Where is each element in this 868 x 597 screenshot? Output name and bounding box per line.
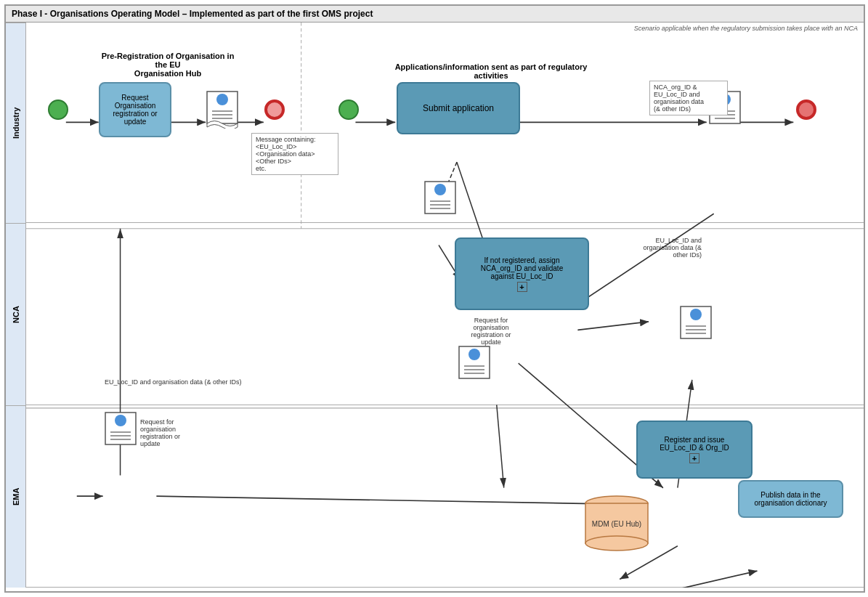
annotation-eu-loc-nca: EU_Loc_ID and organisation data (& other…	[600, 237, 702, 259]
svg-point-40	[690, 309, 702, 320]
submit-application-box[interactable]: Submit application	[397, 82, 520, 134]
diagram-container: Phase I - Organisations Operating Model …	[4, 4, 865, 593]
mdm-cylinder: MDM (EU Hub)	[584, 495, 649, 553]
doc-shape-nca-right	[680, 306, 712, 344]
doc-shape-1	[206, 91, 238, 129]
svg-point-56	[585, 536, 648, 551]
lanes-content: Pre-Registration of Organisation in the …	[26, 23, 864, 588]
svg-point-50	[115, 415, 126, 426]
section-title-apps: Applications/information sent as part of…	[382, 62, 600, 80]
register-issue-box[interactable]: Register and issue EU_Loc_ID & Org_ID +	[636, 421, 753, 479]
section-title-prereg: Pre-Registration of Organisation in the …	[95, 52, 240, 78]
annotation-nca-org: NCA_org_ID & EU_Loc_ID and organisation …	[649, 81, 728, 115]
svg-point-45	[469, 349, 480, 360]
lane-label-ema: EMA	[6, 405, 25, 588]
label-request-org-ema: Request for organisation registration or…	[140, 418, 213, 447]
publish-data-box[interactable]: Publish data in the organisation diction…	[738, 480, 843, 518]
title-bar: Phase I - Organisations Operating Model …	[6, 6, 864, 23]
end-event-industry	[796, 99, 816, 120]
if-not-registered-box[interactable]: If not registered, assign NCA_org_ID and…	[455, 237, 589, 310]
start-event-1	[48, 99, 68, 120]
label-request-org-nca: Request for organisation registration or…	[455, 317, 527, 346]
annotation-eu-loc-ema: EU_Loc_ID and organisation data (& other…	[105, 378, 323, 386]
sub-process-marker-ema: +	[689, 453, 699, 463]
svg-point-25	[216, 94, 228, 105]
doc-shape-ema-left	[105, 412, 137, 450]
start-event-2	[338, 99, 359, 120]
doc-shape-nca-req	[458, 346, 490, 383]
lane-label-nca: NCA	[6, 223, 25, 405]
intermediate-event-1	[264, 99, 285, 120]
diagram-area: Industry NCA EMA	[6, 23, 864, 588]
svg-text:MDM (EU Hub): MDM (EU Hub)	[592, 520, 641, 528]
annotation-message: Message containing: <EU_Loc_ID> <Organis…	[251, 133, 338, 175]
doc-shape-industry-mid	[424, 181, 456, 219]
sub-process-marker-nca: +	[517, 282, 527, 292]
svg-point-30	[434, 184, 446, 195]
lane-labels: Industry NCA EMA	[6, 23, 26, 588]
request-org-box[interactable]: Request Organisation registration or upd…	[99, 82, 171, 137]
diagram-title: Phase I - Organisations Operating Model …	[12, 9, 373, 19]
lane-label-industry: Industry	[6, 23, 25, 223]
